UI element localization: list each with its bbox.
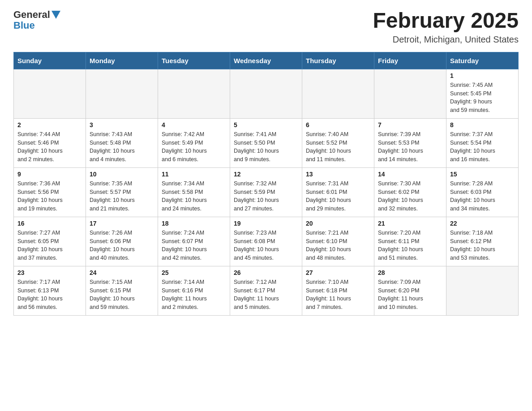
day-number: 10	[90, 171, 154, 178]
calendar-cell: 28Sunrise: 7:09 AMSunset: 6:20 PMDayligh…	[374, 266, 446, 315]
day-info: Sunrise: 7:17 AMSunset: 6:13 PMDaylight:…	[17, 278, 82, 312]
calendar-cell: 17Sunrise: 7:26 AMSunset: 6:06 PMDayligh…	[86, 217, 158, 266]
calendar-cell: 1Sunrise: 7:45 AMSunset: 5:45 PMDaylight…	[446, 69, 519, 118]
day-info: Sunrise: 7:37 AMSunset: 5:54 PMDaylight:…	[450, 130, 515, 164]
day-number: 26	[234, 269, 298, 276]
day-number: 14	[378, 171, 442, 178]
day-number: 5	[234, 121, 298, 128]
day-info: Sunrise: 7:21 AMSunset: 6:10 PMDaylight:…	[306, 229, 370, 262]
location-text: Detroit, Michigan, United States	[373, 34, 519, 45]
calendar-cell: 9Sunrise: 7:36 AMSunset: 5:56 PMDaylight…	[14, 167, 86, 217]
calendar-cell	[230, 69, 302, 118]
day-info: Sunrise: 7:28 AMSunset: 6:03 PMDaylight:…	[450, 180, 515, 213]
calendar-cell	[446, 266, 519, 315]
day-info: Sunrise: 7:31 AMSunset: 6:01 PMDaylight:…	[306, 180, 370, 213]
day-info: Sunrise: 7:40 AMSunset: 5:52 PMDaylight:…	[306, 130, 370, 164]
day-info: Sunrise: 7:09 AMSunset: 6:20 PMDaylight:…	[378, 278, 442, 312]
day-number: 21	[378, 220, 442, 227]
title-block: February 2025 Detroit, Michigan, United …	[373, 9, 519, 45]
day-number: 2	[17, 121, 82, 128]
calendar-cell: 22Sunrise: 7:18 AMSunset: 6:12 PMDayligh…	[446, 217, 519, 266]
calendar-cell: 11Sunrise: 7:34 AMSunset: 5:58 PMDayligh…	[158, 167, 230, 217]
day-number: 3	[90, 121, 154, 128]
weekday-header-thursday: Thursday	[302, 52, 374, 69]
day-info: Sunrise: 7:30 AMSunset: 6:02 PMDaylight:…	[378, 180, 442, 213]
calendar-cell: 8Sunrise: 7:37 AMSunset: 5:54 PMDaylight…	[446, 118, 519, 167]
calendar-cell: 14Sunrise: 7:30 AMSunset: 6:02 PMDayligh…	[374, 167, 446, 217]
day-number: 27	[306, 269, 370, 276]
calendar-cell: 5Sunrise: 7:41 AMSunset: 5:50 PMDaylight…	[230, 118, 302, 167]
weekday-header-monday: Monday	[86, 52, 158, 69]
calendar-cell: 18Sunrise: 7:24 AMSunset: 6:07 PMDayligh…	[158, 217, 230, 266]
day-info: Sunrise: 7:18 AMSunset: 6:12 PMDaylight:…	[450, 229, 515, 262]
calendar-table: SundayMondayTuesdayWednesdayThursdayFrid…	[13, 52, 519, 316]
day-info: Sunrise: 7:26 AMSunset: 6:06 PMDaylight:…	[90, 229, 154, 262]
calendar-cell	[86, 69, 158, 118]
day-number: 20	[306, 220, 370, 227]
calendar-cell: 6Sunrise: 7:40 AMSunset: 5:52 PMDaylight…	[302, 118, 374, 167]
calendar-week-row: 2Sunrise: 7:44 AMSunset: 5:46 PMDaylight…	[14, 118, 519, 167]
calendar-cell: 25Sunrise: 7:14 AMSunset: 6:16 PMDayligh…	[158, 266, 230, 315]
day-number: 22	[450, 220, 515, 227]
logo-triangle-icon	[51, 11, 60, 19]
day-number: 25	[162, 269, 226, 276]
calendar-cell: 13Sunrise: 7:31 AMSunset: 6:01 PMDayligh…	[302, 167, 374, 217]
weekday-header-friday: Friday	[374, 52, 446, 69]
day-info: Sunrise: 7:14 AMSunset: 6:16 PMDaylight:…	[162, 278, 226, 312]
day-info: Sunrise: 7:35 AMSunset: 5:57 PMDaylight:…	[90, 180, 154, 213]
calendar-cell	[302, 69, 374, 118]
calendar-week-row: 16Sunrise: 7:27 AMSunset: 6:05 PMDayligh…	[14, 217, 519, 266]
day-info: Sunrise: 7:41 AMSunset: 5:50 PMDaylight:…	[234, 130, 298, 164]
calendar-week-row: 9Sunrise: 7:36 AMSunset: 5:56 PMDaylight…	[14, 167, 519, 217]
day-number: 9	[17, 171, 82, 178]
calendar-cell	[14, 69, 86, 118]
calendar-cell: 10Sunrise: 7:35 AMSunset: 5:57 PMDayligh…	[86, 167, 158, 217]
weekday-header-wednesday: Wednesday	[230, 52, 302, 69]
logo-general-text: General	[13, 9, 50, 21]
day-info: Sunrise: 7:36 AMSunset: 5:56 PMDaylight:…	[17, 180, 82, 213]
calendar-cell: 15Sunrise: 7:28 AMSunset: 6:03 PMDayligh…	[446, 167, 519, 217]
day-number: 24	[90, 269, 154, 276]
weekday-header-tuesday: Tuesday	[158, 52, 230, 69]
day-number: 1	[450, 72, 515, 79]
day-info: Sunrise: 7:10 AMSunset: 6:18 PMDaylight:…	[306, 278, 370, 312]
calendar-week-row: 23Sunrise: 7:17 AMSunset: 6:13 PMDayligh…	[14, 266, 519, 315]
calendar-cell: 20Sunrise: 7:21 AMSunset: 6:10 PMDayligh…	[302, 217, 374, 266]
calendar-cell: 27Sunrise: 7:10 AMSunset: 6:18 PMDayligh…	[302, 266, 374, 315]
day-info: Sunrise: 7:44 AMSunset: 5:46 PMDaylight:…	[17, 130, 82, 164]
calendar-cell: 7Sunrise: 7:39 AMSunset: 5:53 PMDaylight…	[374, 118, 446, 167]
day-info: Sunrise: 7:15 AMSunset: 6:15 PMDaylight:…	[90, 278, 154, 312]
day-number: 13	[306, 171, 370, 178]
day-number: 19	[234, 220, 298, 227]
day-info: Sunrise: 7:20 AMSunset: 6:11 PMDaylight:…	[378, 229, 442, 262]
day-number: 16	[17, 220, 82, 227]
weekday-header-saturday: Saturday	[446, 52, 519, 69]
day-info: Sunrise: 7:34 AMSunset: 5:58 PMDaylight:…	[162, 180, 226, 213]
day-number: 12	[234, 171, 298, 178]
day-info: Sunrise: 7:27 AMSunset: 6:05 PMDaylight:…	[17, 229, 82, 262]
day-info: Sunrise: 7:23 AMSunset: 6:08 PMDaylight:…	[234, 229, 298, 262]
day-number: 17	[90, 220, 154, 227]
calendar-header-row: SundayMondayTuesdayWednesdayThursdayFrid…	[14, 52, 519, 69]
day-info: Sunrise: 7:45 AMSunset: 5:45 PMDaylight:…	[450, 81, 515, 115]
day-number: 11	[162, 171, 226, 178]
day-info: Sunrise: 7:42 AMSunset: 5:49 PMDaylight:…	[162, 130, 226, 164]
day-info: Sunrise: 7:39 AMSunset: 5:53 PMDaylight:…	[378, 130, 442, 164]
calendar-cell: 16Sunrise: 7:27 AMSunset: 6:05 PMDayligh…	[14, 217, 86, 266]
day-number: 23	[17, 269, 82, 276]
calendar-cell: 4Sunrise: 7:42 AMSunset: 5:49 PMDaylight…	[158, 118, 230, 167]
calendar-cell: 26Sunrise: 7:12 AMSunset: 6:17 PMDayligh…	[230, 266, 302, 315]
weekday-header-sunday: Sunday	[14, 52, 86, 69]
day-info: Sunrise: 7:32 AMSunset: 5:59 PMDaylight:…	[234, 180, 298, 213]
calendar-week-row: 1Sunrise: 7:45 AMSunset: 5:45 PMDaylight…	[14, 69, 519, 118]
day-number: 6	[306, 121, 370, 128]
day-number: 8	[450, 121, 515, 128]
day-number: 4	[162, 121, 226, 128]
day-info: Sunrise: 7:12 AMSunset: 6:17 PMDaylight:…	[234, 278, 298, 312]
day-info: Sunrise: 7:43 AMSunset: 5:48 PMDaylight:…	[90, 130, 154, 164]
calendar-cell	[158, 69, 230, 118]
day-number: 18	[162, 220, 226, 227]
calendar-cell: 2Sunrise: 7:44 AMSunset: 5:46 PMDaylight…	[14, 118, 86, 167]
logo: General Blue	[13, 9, 60, 31]
calendar-cell: 24Sunrise: 7:15 AMSunset: 6:15 PMDayligh…	[86, 266, 158, 315]
